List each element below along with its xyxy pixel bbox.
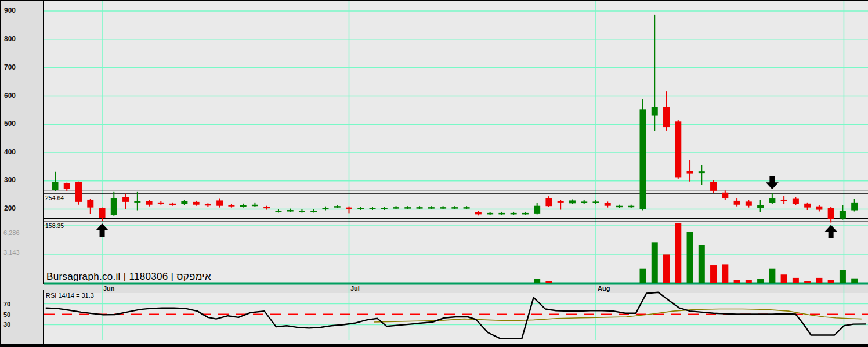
candle: [370, 208, 376, 209]
candle: [804, 204, 811, 208]
candle: [652, 107, 658, 116]
candle: [616, 206, 623, 208]
candle: [181, 201, 187, 204]
candle: [840, 211, 846, 218]
volume-bar: [687, 232, 693, 283]
bursagraph-chart-window: 900 800 700 600 500 400 300 200 6,286 3,…: [0, 0, 868, 347]
volume-bar: [840, 270, 846, 283]
chart-canvas: [0, 0, 868, 347]
candle: [158, 203, 164, 204]
candle: [111, 198, 117, 215]
level-label-158: 158.35: [45, 222, 64, 229]
candle: [663, 107, 670, 127]
candle: [87, 200, 93, 208]
volume-bar: [816, 278, 822, 283]
candle: [545, 198, 552, 207]
candle: [793, 199, 799, 204]
volume-bar: [545, 281, 552, 283]
candle: [464, 207, 470, 209]
volume-bar: [675, 223, 681, 283]
candle: [75, 182, 82, 202]
candle: [675, 121, 681, 177]
candle: [592, 201, 599, 203]
candle: [287, 210, 294, 212]
volume-bar: [851, 279, 858, 283]
candle: [381, 208, 388, 209]
candle: [346, 208, 352, 209]
candle: [722, 193, 728, 198]
rsi-axis-label-30: 30: [3, 321, 10, 328]
rsi-axis-label-50: 50: [3, 311, 10, 319]
candle: [757, 205, 764, 208]
x-axis-label-jun: Jun: [103, 285, 115, 292]
volume-bar: [781, 274, 787, 283]
volume-bar: [640, 269, 646, 283]
candle: [310, 211, 317, 212]
candle: [417, 207, 423, 209]
price-axis-label-300: 300: [4, 176, 16, 185]
candle: [193, 202, 200, 205]
volume-bar: [699, 245, 705, 283]
candle: [322, 208, 328, 209]
candle: [628, 206, 634, 208]
price-pane-left-axis-line: [43, 0, 44, 284]
candle: [710, 182, 717, 191]
rsi-indicator-label: RSI 14/14 = 31.3: [46, 292, 94, 299]
volume-axis-label-high: 6,286: [3, 229, 20, 237]
volume-bar: [757, 279, 764, 283]
candle: [851, 203, 858, 211]
volume-bar: [652, 242, 658, 283]
volume-bar: [793, 278, 799, 283]
volume-axis-label-low: 3,143: [3, 249, 20, 256]
candle: [393, 207, 399, 209]
candle: [205, 204, 211, 206]
price-axis-label-400: 400: [4, 149, 16, 157]
candle: [99, 208, 106, 218]
price-axis-label-700: 700: [4, 64, 16, 72]
candle: [746, 201, 752, 205]
level-label-254: 254.64: [45, 194, 64, 201]
volume-bar: [828, 280, 834, 283]
volume-bar: [769, 269, 775, 283]
candle: [451, 207, 458, 209]
price-axis-label-800: 800: [4, 35, 16, 44]
x-axis-label-aug: Aug: [598, 285, 610, 292]
volume-bar: [804, 281, 811, 283]
candle: [299, 211, 305, 212]
volume-bar: [710, 265, 717, 283]
window-bottom-border: [0, 344, 868, 347]
candle: [475, 212, 482, 214]
candle: [687, 171, 693, 173]
candle: [511, 213, 517, 215]
price-axis-label-500: 500: [4, 120, 16, 128]
candle: [781, 200, 787, 201]
candle: [487, 213, 493, 215]
candle: [699, 171, 705, 173]
candle: [605, 203, 611, 205]
window-left-border: [0, 0, 1, 347]
candle: [146, 201, 153, 205]
price-axis-label-200: 200: [4, 205, 16, 213]
candle: [769, 198, 775, 203]
watermark-title: Bursagraph.co.il | 1180306 | אימפקס: [46, 271, 211, 283]
candle: [640, 109, 646, 209]
candle: [334, 206, 341, 208]
candle: [228, 205, 234, 207]
candle: [522, 213, 529, 215]
plot-backgrounds: [44, 1, 868, 344]
candle: [498, 213, 505, 215]
window-top-border: [0, 0, 868, 1]
volume-bar: [746, 280, 752, 283]
volume-bar: [722, 264, 728, 283]
candle: [569, 200, 576, 203]
volume-bar: [663, 254, 670, 283]
candle: [816, 207, 822, 210]
rsi-axis-label-70: 70: [3, 301, 10, 308]
candle: [428, 207, 435, 209]
price-axis-label-900: 900: [4, 7, 16, 15]
volume-bar: [734, 280, 740, 283]
rsi-pane-left-axis-line: [43, 290, 44, 344]
candle: [52, 182, 59, 190]
candle: [240, 205, 247, 207]
candle: [734, 201, 740, 205]
